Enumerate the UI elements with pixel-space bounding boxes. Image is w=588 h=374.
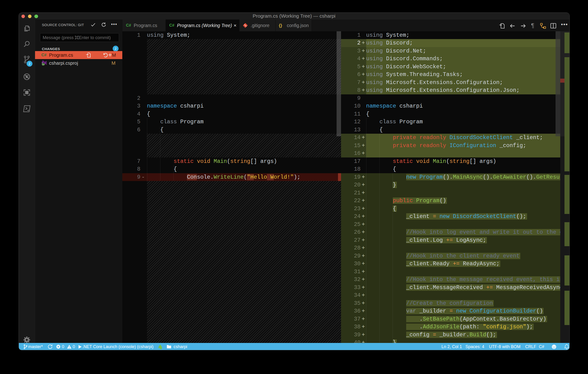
svg-text:C#: C# (42, 63, 45, 66)
